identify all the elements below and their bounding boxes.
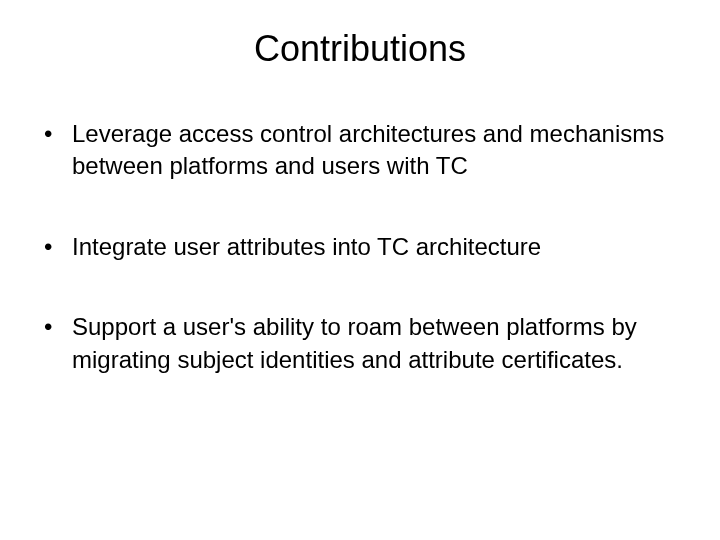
bullet-item: Support a user's ability to roam between… bbox=[40, 311, 688, 376]
bullet-item: Leverage access control architectures an… bbox=[40, 118, 688, 183]
slide-title: Contributions bbox=[32, 28, 688, 70]
bullet-list: Leverage access control architectures an… bbox=[32, 118, 688, 376]
bullet-item: Integrate user attributes into TC archit… bbox=[40, 231, 688, 263]
